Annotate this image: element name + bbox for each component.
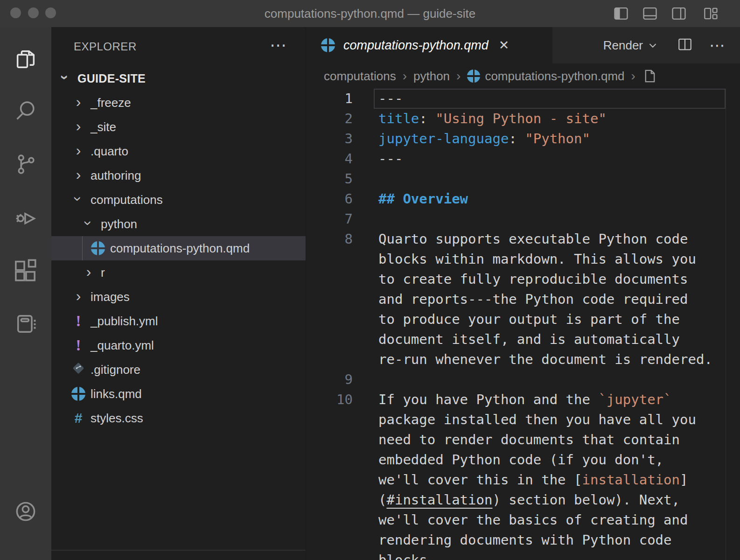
- tree-item--freeze[interactable]: ›_freeze: [51, 91, 306, 115]
- code-line[interactable]: we'll cover the basics of creating and: [306, 510, 740, 530]
- tree-item--gitignore[interactable]: .gitignore: [51, 357, 306, 382]
- code-line[interactable]: 7: [306, 209, 740, 229]
- tree-item-label: r: [101, 266, 105, 280]
- line-number: 4: [306, 149, 353, 169]
- line-number: 2: [306, 109, 353, 129]
- editor-group: computations-python.qmd ✕ Render ⋯ compu…: [306, 27, 740, 560]
- yaml-file-icon: !: [76, 312, 81, 330]
- code-line[interactable]: document itself, and is automatically: [306, 329, 740, 350]
- tree-item--site[interactable]: ›_site: [51, 115, 306, 139]
- code-line[interactable]: rendering documents with Python code: [306, 530, 740, 550]
- code-line[interactable]: need to render documents that contain: [306, 430, 740, 450]
- chevron-down-icon: ›: [81, 221, 96, 226]
- customize-layout-icon[interactable]: [702, 5, 719, 22]
- breadcrumb-item[interactable]: computations: [324, 69, 396, 84]
- line-content: ## Overview: [374, 189, 726, 209]
- line-number: 8: [306, 229, 353, 249]
- quarto-notebook-icon[interactable]: [0, 301, 51, 346]
- chevron-right-icon: ›: [63, 557, 68, 560]
- code-line[interactable]: 3jupyter-language: "Python": [306, 129, 740, 149]
- line-number: [306, 329, 353, 350]
- code-line[interactable]: blocks.: [306, 550, 740, 560]
- line-content: and reports---the Python code required: [374, 289, 726, 309]
- line-content: blocks.: [374, 550, 726, 560]
- tree-item-python[interactable]: ›python: [51, 212, 306, 236]
- outline-section: › OUTLINE: [51, 550, 306, 560]
- search-icon[interactable]: [0, 89, 51, 133]
- tab-computations-python[interactable]: computations-python.qmd ✕: [306, 27, 552, 63]
- breadcrumb-item[interactable]: [642, 68, 658, 84]
- code-line[interactable]: 9: [306, 370, 740, 390]
- tree-item-styles-css[interactable]: #styles.css: [51, 406, 306, 430]
- line-number: [306, 550, 353, 560]
- line-content: [374, 209, 726, 229]
- line-content: package installed then you have all you: [374, 410, 726, 430]
- quarto-file-icon: [467, 70, 480, 83]
- line-content: embedded Python code (if you don't,: [374, 450, 726, 470]
- code-line[interactable]: 10If you have Python and the `jupyter`: [306, 390, 740, 410]
- toggle-secondary-sidebar-icon[interactable]: [670, 5, 688, 22]
- code-line[interactable]: 1---: [306, 89, 740, 109]
- tree-item-links-qmd[interactable]: links.qmd: [51, 382, 306, 406]
- source-control-icon[interactable]: [0, 142, 51, 187]
- close-tab-icon[interactable]: ✕: [499, 38, 510, 53]
- toggle-primary-sidebar-icon[interactable]: [612, 5, 630, 22]
- line-number: 7: [306, 209, 353, 229]
- file-tree: › GUIDE-SITE ›_freeze›_site›.quarto›auth…: [51, 66, 306, 430]
- code-line[interactable]: 4---: [306, 149, 740, 169]
- tree-item--publish-yml[interactable]: !_publish.yml: [51, 309, 306, 333]
- tree-item-computations[interactable]: ›computations: [51, 188, 306, 212]
- code-line[interactable]: blocks within markdown. This allows you: [306, 249, 740, 269]
- outline-section-header[interactable]: › OUTLINE: [51, 553, 306, 560]
- tree-item-computations-python-qmd[interactable]: computations-python.qmd: [51, 236, 306, 260]
- line-content: (#installation) section below). Next,: [374, 490, 726, 510]
- line-number: 9: [306, 370, 353, 390]
- toggle-panel-icon[interactable]: [641, 5, 659, 22]
- line-content: If you have Python and the `jupyter`: [374, 390, 726, 410]
- line-content: we'll cover this in the [installation]: [374, 470, 726, 490]
- code-line[interactable]: 6## Overview: [306, 189, 740, 209]
- run-and-debug-icon[interactable]: [0, 195, 51, 240]
- tree-item-r[interactable]: ›r: [51, 260, 306, 285]
- explorer-icon[interactable]: [0, 37, 51, 82]
- code-line[interactable]: re-run whenever the document is rendered…: [306, 350, 740, 370]
- settings-gear-icon[interactable]: [0, 557, 51, 560]
- breadcrumb-separator: ›: [403, 69, 407, 84]
- activity-bar: [0, 27, 51, 560]
- tree-item-label: _publish.yml: [91, 314, 158, 329]
- code-line[interactable]: to produce your output is part of the: [306, 309, 740, 329]
- code-line[interactable]: to create fully reproducible documents: [306, 269, 740, 289]
- render-label: Render: [603, 38, 643, 53]
- chevron-down-icon: ›: [71, 196, 86, 202]
- breadcrumb-item[interactable]: python: [413, 69, 450, 84]
- line-number: 5: [306, 169, 353, 189]
- tree-root-guide-site[interactable]: › GUIDE-SITE: [51, 66, 306, 91]
- tree-item--quarto[interactable]: ›.quarto: [51, 139, 306, 163]
- split-editor-icon[interactable]: [677, 36, 693, 55]
- code-line[interactable]: package installed then you have all you: [306, 410, 740, 430]
- tree-item-images[interactable]: ›images: [51, 285, 306, 309]
- sidebar-more-actions-icon[interactable]: ⋯: [270, 27, 288, 66]
- tree-item--quarto-yml[interactable]: !_quarto.yml: [51, 333, 306, 357]
- breadcrumbs: computations›python›computations-python.…: [306, 63, 740, 89]
- sidebar-title: EXPLORER: [74, 27, 137, 66]
- code-editor[interactable]: 1---2title: "Using Python - site"3jupyte…: [306, 89, 740, 560]
- code-line[interactable]: embedded Python code (if you don't,: [306, 450, 740, 470]
- more-actions-icon[interactable]: ⋯: [709, 27, 726, 63]
- line-content: [374, 370, 726, 390]
- accounts-icon[interactable]: [0, 489, 51, 534]
- tree-item-label: styles.css: [91, 411, 143, 426]
- code-line[interactable]: 5: [306, 169, 740, 189]
- code-line[interactable]: (#installation) section below). Next,: [306, 490, 740, 510]
- code-line[interactable]: we'll cover this in the [installation]: [306, 470, 740, 490]
- tree-item-authoring[interactable]: ›authoring: [51, 163, 306, 188]
- render-button[interactable]: Render: [603, 38, 659, 53]
- code-line[interactable]: and reports---the Python code required: [306, 289, 740, 309]
- quarto-file-icon: [71, 387, 85, 401]
- code-line[interactable]: 2title: "Using Python - site": [306, 109, 740, 129]
- extensions-icon[interactable]: [0, 248, 51, 293]
- breadcrumb-label: computations-python.qmd: [485, 69, 624, 84]
- line-number: 1: [306, 89, 353, 109]
- breadcrumb-item[interactable]: computations-python.qmd: [467, 69, 624, 84]
- code-line[interactable]: 8Quarto supports executable Python code: [306, 229, 740, 249]
